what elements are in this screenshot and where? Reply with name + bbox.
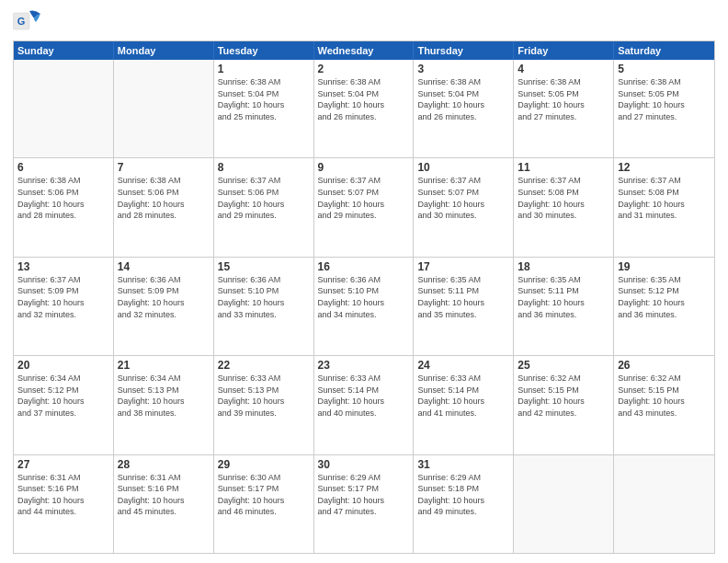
empty-cell-0-0 (14, 60, 114, 157)
day-info: Sunrise: 6:37 AM Sunset: 5:07 PM Dayligh… (417, 175, 509, 221)
day-cell-14: 14Sunrise: 6:36 AM Sunset: 5:09 PM Dayli… (114, 258, 214, 355)
day-cell-26: 26Sunrise: 6:32 AM Sunset: 5:15 PM Dayli… (614, 356, 714, 454)
day-number: 12 (618, 161, 711, 174)
day-info: Sunrise: 6:38 AM Sunset: 5:04 PM Dayligh… (218, 76, 310, 122)
weekday-header-wednesday: Wednesday (314, 41, 415, 60)
day-number: 13 (17, 260, 109, 273)
calendar: SundayMondayTuesdayWednesdayThursdayFrid… (13, 40, 715, 554)
calendar-header: SundayMondayTuesdayWednesdayThursdayFrid… (14, 41, 714, 60)
day-info: Sunrise: 6:32 AM Sunset: 5:15 PM Dayligh… (618, 373, 711, 419)
day-info: Sunrise: 6:29 AM Sunset: 5:17 PM Dayligh… (318, 472, 410, 518)
day-info: Sunrise: 6:36 AM Sunset: 5:10 PM Dayligh… (318, 274, 410, 320)
day-cell-11: 11Sunrise: 6:37 AM Sunset: 5:08 PM Dayli… (514, 158, 614, 256)
day-cell-19: 19Sunrise: 6:35 AM Sunset: 5:12 PM Dayli… (614, 258, 714, 355)
day-number: 26 (618, 359, 711, 372)
day-number: 24 (417, 359, 509, 372)
day-info: Sunrise: 6:36 AM Sunset: 5:10 PM Dayligh… (218, 274, 310, 320)
week-row-4: 20Sunrise: 6:34 AM Sunset: 5:12 PM Dayli… (14, 356, 714, 454)
calendar-body: 1Sunrise: 6:38 AM Sunset: 5:04 PM Daylig… (14, 60, 714, 553)
day-number: 22 (218, 359, 310, 372)
day-number: 28 (118, 458, 210, 471)
logo: G (13, 9, 44, 35)
day-number: 27 (17, 458, 109, 471)
day-info: Sunrise: 6:31 AM Sunset: 5:16 PM Dayligh… (118, 472, 210, 518)
day-info: Sunrise: 6:32 AM Sunset: 5:15 PM Dayligh… (518, 373, 609, 419)
day-info: Sunrise: 6:37 AM Sunset: 5:08 PM Dayligh… (518, 175, 609, 221)
day-number: 10 (417, 161, 509, 174)
day-info: Sunrise: 6:33 AM Sunset: 5:14 PM Dayligh… (318, 373, 410, 419)
day-number: 16 (318, 260, 410, 273)
day-info: Sunrise: 6:37 AM Sunset: 5:09 PM Dayligh… (17, 274, 109, 320)
day-cell-12: 12Sunrise: 6:37 AM Sunset: 5:08 PM Dayli… (614, 158, 714, 256)
day-number: 20 (17, 359, 109, 372)
day-number: 15 (218, 260, 310, 273)
day-info: Sunrise: 6:34 AM Sunset: 5:12 PM Dayligh… (17, 373, 109, 419)
day-cell-13: 13Sunrise: 6:37 AM Sunset: 5:09 PM Dayli… (14, 258, 114, 355)
day-info: Sunrise: 6:38 AM Sunset: 5:04 PM Dayligh… (417, 76, 509, 122)
day-number: 7 (118, 161, 210, 174)
day-info: Sunrise: 6:37 AM Sunset: 5:06 PM Dayligh… (218, 175, 310, 221)
day-number: 9 (318, 161, 410, 174)
day-cell-22: 22Sunrise: 6:33 AM Sunset: 5:13 PM Dayli… (214, 356, 314, 454)
week-row-1: 1Sunrise: 6:38 AM Sunset: 5:04 PM Daylig… (14, 60, 714, 158)
header: G (13, 9, 715, 35)
day-info: Sunrise: 6:38 AM Sunset: 5:06 PM Dayligh… (118, 175, 210, 221)
day-info: Sunrise: 6:33 AM Sunset: 5:13 PM Dayligh… (218, 373, 310, 419)
day-number: 2 (318, 63, 410, 75)
day-cell-4: 4Sunrise: 6:38 AM Sunset: 5:05 PM Daylig… (514, 60, 614, 157)
day-cell-8: 8Sunrise: 6:37 AM Sunset: 5:06 PM Daylig… (214, 158, 314, 256)
day-number: 4 (518, 63, 609, 75)
day-cell-15: 15Sunrise: 6:36 AM Sunset: 5:10 PM Dayli… (214, 258, 314, 355)
day-info: Sunrise: 6:31 AM Sunset: 5:16 PM Dayligh… (17, 472, 109, 518)
day-cell-6: 6Sunrise: 6:38 AM Sunset: 5:06 PM Daylig… (14, 158, 114, 256)
day-number: 30 (318, 458, 410, 471)
day-cell-31: 31Sunrise: 6:29 AM Sunset: 5:18 PM Dayli… (414, 455, 514, 553)
svg-text:G: G (17, 16, 26, 27)
day-info: Sunrise: 6:33 AM Sunset: 5:14 PM Dayligh… (417, 373, 509, 419)
day-cell-25: 25Sunrise: 6:32 AM Sunset: 5:15 PM Dayli… (514, 356, 614, 454)
weekday-header-monday: Monday (114, 41, 214, 60)
weekday-header-thursday: Thursday (414, 41, 514, 60)
page: G SundayMondayTuesdayWednesdayThursdayFr… (0, 0, 728, 563)
day-info: Sunrise: 6:37 AM Sunset: 5:08 PM Dayligh… (618, 175, 711, 221)
day-number: 31 (417, 458, 509, 471)
day-cell-24: 24Sunrise: 6:33 AM Sunset: 5:14 PM Dayli… (414, 356, 514, 454)
day-number: 8 (218, 161, 310, 174)
day-cell-9: 9Sunrise: 6:37 AM Sunset: 5:07 PM Daylig… (314, 158, 415, 256)
day-cell-30: 30Sunrise: 6:29 AM Sunset: 5:17 PM Dayli… (314, 455, 415, 553)
day-info: Sunrise: 6:38 AM Sunset: 5:06 PM Dayligh… (17, 175, 109, 221)
weekday-header-sunday: Sunday (14, 41, 114, 60)
day-number: 19 (618, 260, 711, 273)
day-cell-27: 27Sunrise: 6:31 AM Sunset: 5:16 PM Dayli… (14, 455, 114, 553)
day-number: 25 (518, 359, 609, 372)
day-cell-5: 5Sunrise: 6:38 AM Sunset: 5:05 PM Daylig… (614, 60, 714, 157)
day-info: Sunrise: 6:35 AM Sunset: 5:11 PM Dayligh… (417, 274, 509, 320)
logo-icon: G (13, 9, 42, 35)
week-row-3: 13Sunrise: 6:37 AM Sunset: 5:09 PM Dayli… (14, 258, 714, 356)
day-number: 1 (218, 63, 310, 75)
day-cell-3: 3Sunrise: 6:38 AM Sunset: 5:04 PM Daylig… (414, 60, 514, 157)
day-number: 23 (318, 359, 410, 372)
empty-cell-4-6 (614, 455, 714, 553)
day-cell-28: 28Sunrise: 6:31 AM Sunset: 5:16 PM Dayli… (114, 455, 214, 553)
day-cell-1: 1Sunrise: 6:38 AM Sunset: 5:04 PM Daylig… (214, 60, 314, 157)
day-info: Sunrise: 6:34 AM Sunset: 5:13 PM Dayligh… (118, 373, 210, 419)
day-number: 3 (417, 63, 509, 75)
day-cell-20: 20Sunrise: 6:34 AM Sunset: 5:12 PM Dayli… (14, 356, 114, 454)
weekday-header-friday: Friday (514, 41, 614, 60)
day-number: 18 (518, 260, 609, 273)
empty-cell-0-1 (114, 60, 214, 157)
empty-cell-4-5 (514, 455, 614, 553)
day-number: 17 (417, 260, 509, 273)
week-row-5: 27Sunrise: 6:31 AM Sunset: 5:16 PM Dayli… (14, 455, 714, 553)
day-number: 21 (118, 359, 210, 372)
day-info: Sunrise: 6:38 AM Sunset: 5:05 PM Dayligh… (618, 76, 711, 122)
day-info: Sunrise: 6:35 AM Sunset: 5:11 PM Dayligh… (518, 274, 609, 320)
day-info: Sunrise: 6:38 AM Sunset: 5:04 PM Dayligh… (318, 76, 410, 122)
day-number: 14 (118, 260, 210, 273)
day-cell-21: 21Sunrise: 6:34 AM Sunset: 5:13 PM Dayli… (114, 356, 214, 454)
day-number: 29 (218, 458, 310, 471)
weekday-header-saturday: Saturday (614, 41, 714, 60)
day-cell-23: 23Sunrise: 6:33 AM Sunset: 5:14 PM Dayli… (314, 356, 415, 454)
day-info: Sunrise: 6:29 AM Sunset: 5:18 PM Dayligh… (417, 472, 509, 518)
